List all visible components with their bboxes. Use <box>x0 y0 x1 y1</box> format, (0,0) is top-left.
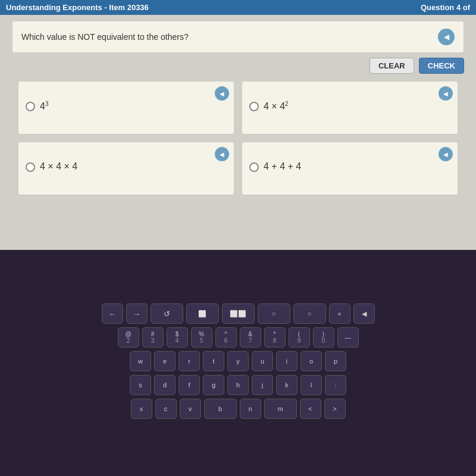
keyboard-row-5: x c v b n m < > <box>131 399 346 419</box>
option-d-row: 4 + 4 + 4 <box>249 161 450 172</box>
key-o[interactable]: o <box>300 351 322 371</box>
key-lt[interactable]: < <box>300 399 321 419</box>
key-circle2[interactable]: ○ <box>293 303 326 324</box>
key-star-8[interactable]: *8 <box>264 327 286 347</box>
key-i[interactable]: i <box>276 351 298 371</box>
option-d-card: 4 + 4 + 4 <box>242 142 458 195</box>
key-at-2[interactable]: @2 <box>118 327 139 347</box>
option-a-card: 43 <box>18 81 234 134</box>
keyboard-row-2: @2 #3 $4 %5 ^6 &7 *8 (9 )0 — <box>118 327 359 347</box>
key-gt[interactable]: > <box>324 399 346 419</box>
key-v[interactable]: v <box>180 399 201 419</box>
option-c-speaker[interactable] <box>215 147 229 161</box>
key-w[interactable]: w <box>130 351 151 371</box>
option-c-label: 4 × 4 × 4 <box>40 161 77 172</box>
screen-area: Understanding Exponents - Item 20336 Que… <box>0 0 476 250</box>
key-t[interactable]: t <box>203 351 224 371</box>
keyboard-row-4: s d f g h j k l : <box>130 375 346 395</box>
option-c-row: 4 × 4 × 4 <box>26 161 227 172</box>
option-a-radio[interactable] <box>26 102 35 111</box>
key-c[interactable]: c <box>155 399 177 419</box>
key-dash[interactable]: — <box>337 327 359 347</box>
key-amp-7[interactable]: &7 <box>240 327 261 347</box>
key-left-arrow[interactable]: ← <box>102 303 123 324</box>
options-grid: 43 4 × 42 4 × 4 × 4 <box>12 81 464 195</box>
key-k[interactable]: k <box>276 375 298 395</box>
question-number: Question 4 of <box>421 3 470 12</box>
key-l[interactable]: l <box>300 375 322 395</box>
key-r[interactable]: r <box>178 351 200 371</box>
key-b[interactable]: b <box>204 399 237 419</box>
question-text: Which value is NOT equivalent to the oth… <box>21 32 438 42</box>
key-f[interactable]: f <box>178 375 200 395</box>
key-dollar-4[interactable]: $4 <box>167 327 188 347</box>
key-caret-6[interactable]: ^6 <box>215 327 237 347</box>
option-a-label: 43 <box>40 101 48 112</box>
option-b-speaker[interactable] <box>439 86 453 101</box>
title-text: Understanding Exponents - Item 20336 <box>6 3 149 12</box>
key-p[interactable]: p <box>325 351 346 371</box>
key-rparen-0[interactable]: )0 <box>313 327 334 347</box>
option-c-card: 4 × 4 × 4 <box>18 142 234 195</box>
key-y[interactable]: y <box>227 351 249 371</box>
key-x[interactable]: x <box>131 399 152 419</box>
key-u[interactable]: u <box>252 351 273 371</box>
option-b-radio[interactable] <box>249 102 259 111</box>
key-split-screen[interactable]: ⬜⬜ <box>222 303 255 324</box>
check-button[interactable]: CHECK <box>419 58 464 74</box>
clear-button[interactable]: CLEAR <box>369 58 414 74</box>
option-b-card: 4 × 42 <box>242 81 458 134</box>
key-play[interactable]: ◀ <box>353 303 375 324</box>
key-colon[interactable]: : <box>325 375 346 395</box>
keyboard-row-3: w e r t y u i o p <box>130 351 346 371</box>
key-s[interactable]: s <box>130 375 151 395</box>
key-screen[interactable]: ⬜ <box>186 303 219 324</box>
question-speaker-button[interactable] <box>438 29 455 45</box>
content-area: Which value is NOT equivalent to the oth… <box>0 15 476 201</box>
keyboard-area: ← → ↺ ⬜ ⬜⬜ ○ ○ « ◀ @2 #3 $4 %5 ^6 &7 *8 … <box>0 250 476 476</box>
option-b-row: 4 × 42 <box>249 101 450 112</box>
question-box: Which value is NOT equivalent to the oth… <box>12 21 464 53</box>
key-lparen-9[interactable]: (9 <box>289 327 310 347</box>
title-bar: Understanding Exponents - Item 20336 Que… <box>0 0 476 15</box>
key-double-angle[interactable]: « <box>329 303 350 324</box>
option-c-radio[interactable] <box>26 162 35 172</box>
key-m[interactable]: m <box>264 399 297 419</box>
keyboard-row-1: ← → ↺ ⬜ ⬜⬜ ○ ○ « ◀ <box>102 303 375 324</box>
key-j[interactable]: j <box>252 375 273 395</box>
option-d-radio[interactable] <box>249 162 259 172</box>
key-e[interactable]: e <box>154 351 176 371</box>
option-d-speaker[interactable] <box>439 147 453 161</box>
key-g[interactable]: g <box>203 375 224 395</box>
key-percent-5[interactable]: %5 <box>191 327 212 347</box>
key-d[interactable]: d <box>154 375 176 395</box>
option-a-speaker[interactable] <box>215 86 229 101</box>
key-refresh[interactable]: ↺ <box>151 303 183 324</box>
option-a-row: 43 <box>26 101 227 112</box>
key-n[interactable]: n <box>240 399 261 419</box>
key-right-arrow[interactable]: → <box>126 303 148 324</box>
button-row: CLEAR CHECK <box>12 58 464 74</box>
option-d-label: 4 + 4 + 4 <box>264 161 301 172</box>
key-hash-3[interactable]: #3 <box>142 327 164 347</box>
key-circle1[interactable]: ○ <box>258 303 290 324</box>
option-b-label: 4 × 42 <box>264 101 289 112</box>
key-h[interactable]: h <box>227 375 249 395</box>
